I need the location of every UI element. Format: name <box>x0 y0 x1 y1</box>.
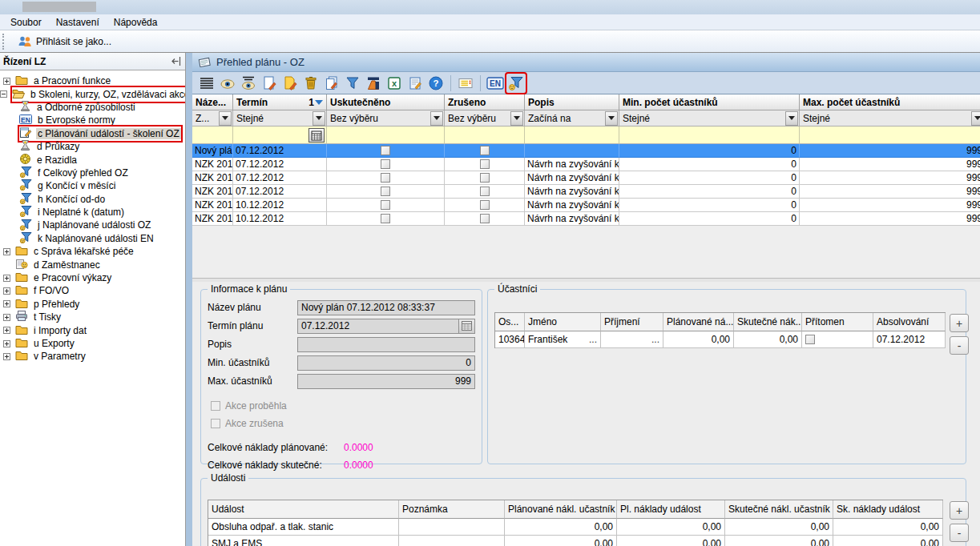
col-planovane-naklady[interactable]: Plánované ná... <box>663 313 734 331</box>
plan-cancelled-cell[interactable] <box>445 212 525 226</box>
tree-item-odborne-zpusobilosti[interactable]: a Odborné způsobilosti <box>0 101 185 114</box>
plan-max-field[interactable]: 999 <box>297 374 475 389</box>
menu-nastaveni[interactable]: Nastavení <box>49 15 107 30</box>
plan-date-cell[interactable]: 07.12.2012 <box>233 185 327 199</box>
done-checkbox[interactable] <box>381 214 390 223</box>
plan-row[interactable]: NZK 2012 10.12.2012 Návrh na zvyšování k… <box>192 212 980 226</box>
browse-button[interactable]: ... <box>651 334 659 345</box>
participant-actual-cell[interactable]: 0,00 <box>734 331 802 348</box>
plan-desc-cell[interactable]: Návrh na zvyšování kvali <box>525 199 619 212</box>
col-jmeno[interactable]: Jméno <box>525 313 601 331</box>
plan-done-cell[interactable] <box>327 199 445 212</box>
plan-desc-field[interactable] <box>297 337 475 352</box>
participant-present-cell[interactable] <box>802 331 873 348</box>
done-checkbox[interactable] <box>381 159 390 169</box>
col-pl-naklady-udalost[interactable]: Pl. náklady událost <box>617 500 725 519</box>
plan-min-cell[interactable]: 0 <box>619 158 800 171</box>
plan-max-cell[interactable]: 999 <box>800 199 980 212</box>
list-icon[interactable] <box>197 74 216 93</box>
filter-nazev[interactable]: Z... <box>192 110 233 126</box>
expand-icon[interactable] <box>3 340 10 347</box>
panel-splitter[interactable] <box>186 53 192 546</box>
plan-name-cell[interactable]: NZK 2012 <box>192 212 233 226</box>
plan-max-cell[interactable]: 999 <box>800 158 980 171</box>
done-checkbox[interactable] <box>381 187 390 196</box>
plan-min-cell[interactable]: 0 <box>619 185 800 199</box>
filter-events-icon[interactable] <box>506 74 526 93</box>
plan-cancelled-cell[interactable] <box>445 185 525 199</box>
tree-item-naplanovane-oz[interactable]: j Naplánované události OZ <box>0 219 185 231</box>
plan-name-field[interactable]: Nový plán 07.12.2012 08:33:37 <box>297 300 475 315</box>
plan-max-cell[interactable]: 999 <box>800 144 980 158</box>
expand-icon[interactable] <box>3 287 10 295</box>
event-actual-per-cell[interactable]: 0,00 <box>725 536 833 546</box>
event-note-cell[interactable] <box>399 536 505 546</box>
plan-row-selected[interactable]: Nový plán 07.12.2012 08:33:37 07.12.2012… <box>192 144 980 158</box>
plan-desc-cell[interactable]: Návrh na zvyšování kvali <box>525 185 619 199</box>
plan-date-cell[interactable]: 10.12.2012 <box>233 199 327 212</box>
column-header-uskutecneno[interactable]: Uskutečněno <box>327 94 445 110</box>
view-columns-icon[interactable] <box>239 74 258 93</box>
tree-item-koncici-v-mesici[interactable]: g Končící v měsíci <box>0 179 185 192</box>
plan-done-cell[interactable] <box>327 212 445 226</box>
filter-uskutecneno[interactable]: Bez výběru <box>327 110 445 126</box>
col-osobni-cislo[interactable]: Os... <box>495 313 525 331</box>
view-icon[interactable] <box>218 74 237 93</box>
event-planned-total-cell[interactable]: 0,00 <box>617 536 725 546</box>
plan-min-field[interactable]: 0 <box>297 355 475 371</box>
card-list-icon[interactable] <box>456 74 475 93</box>
plan-date-field[interactable]: 07.12.2012 <box>297 319 459 334</box>
col-poznamka[interactable]: Poznámka <box>399 500 505 519</box>
done-checkbox[interactable] <box>381 200 390 210</box>
tree-item-evropske-normy[interactable]: ENb Evropské normy <box>0 114 185 126</box>
expand-icon[interactable] <box>3 275 10 282</box>
dropdown-arrow-icon[interactable] <box>605 111 618 126</box>
plan-done-cell[interactable] <box>327 171 445 185</box>
help-icon[interactable]: ? <box>426 74 446 93</box>
tree-item-tisky[interactable]: t Tisky <box>0 311 185 323</box>
plan-date-cell[interactable]: 10.12.2012 <box>233 212 327 226</box>
plan-name-cell[interactable]: NZK 2012 <box>192 158 233 171</box>
excel-export-icon[interactable]: x <box>385 74 404 93</box>
dropdown-arrow-icon[interactable] <box>430 111 443 126</box>
col-pritomen[interactable]: Přítomen <box>802 313 873 331</box>
participant-firstname-cell[interactable]: František... <box>525 331 601 348</box>
dropdown-arrow-icon[interactable] <box>313 111 325 126</box>
plan-name-cell[interactable]: NZK 2012 <box>192 185 233 199</box>
search-zruseno[interactable] <box>445 126 525 144</box>
plan-min-cell[interactable]: 0 <box>619 171 800 185</box>
plan-row[interactable]: NZK 2012 07.12.2012 Návrh na zvyšování k… <box>192 185 980 199</box>
column-header-max-pocet[interactable]: Max. počet účastníků <box>800 94 980 110</box>
plan-min-cell[interactable]: 0 <box>619 144 800 158</box>
calendar-icon[interactable] <box>459 319 475 334</box>
plan-date-cell[interactable]: 07.12.2012 <box>233 171 327 185</box>
tree-item-razidla[interactable]: e Razidla <box>0 153 185 166</box>
browse-button[interactable]: ... <box>589 334 597 345</box>
tree-item-celkovy-prehled[interactable]: f Celkový přehled OZ <box>0 167 185 179</box>
plan-row[interactable]: NZK 2012 07.12.2012 Návrh na zvyšování k… <box>192 158 980 171</box>
tree-item-parametry[interactable]: v Parametry <box>0 350 185 363</box>
remove-event-button[interactable]: - <box>950 524 969 542</box>
plan-name-cell[interactable]: NZK 2012 <box>192 199 233 212</box>
plan-cancelled-cell[interactable] <box>445 199 525 212</box>
event-actual-per-cell[interactable]: 0,00 <box>725 519 833 536</box>
participant-id-cell[interactable]: 10364 <box>495 331 525 348</box>
plan-max-cell[interactable]: 999 <box>800 171 980 185</box>
filter-min-pocet[interactable]: Stejné <box>619 110 800 126</box>
cancelled-checkbox[interactable] <box>480 214 490 223</box>
plan-desc-cell[interactable]: Návrh na zvyšování kvali <box>525 212 619 226</box>
tree-item-naplanovane-en[interactable]: k Naplánované události EN <box>0 232 185 245</box>
search-min-pocet[interactable] <box>619 126 800 144</box>
col-udalost[interactable]: Událost <box>208 500 399 519</box>
col-absolvovani[interactable]: Absolvování <box>873 313 946 331</box>
filter-icon[interactable] <box>343 74 362 93</box>
plan-max-cell[interactable]: 999 <box>800 212 980 226</box>
present-checkbox[interactable] <box>805 335 815 344</box>
plan-date-cell[interactable]: 07.12.2012 <box>233 158 327 171</box>
plan-done-cell[interactable] <box>327 144 445 158</box>
event-actual-total-cell[interactable]: 0,00 <box>833 519 943 536</box>
dropdown-arrow-icon[interactable] <box>219 111 232 126</box>
delete-record-icon[interactable] <box>301 74 321 93</box>
plan-min-cell[interactable]: 0 <box>619 199 800 212</box>
edit-record-icon[interactable] <box>280 74 300 93</box>
